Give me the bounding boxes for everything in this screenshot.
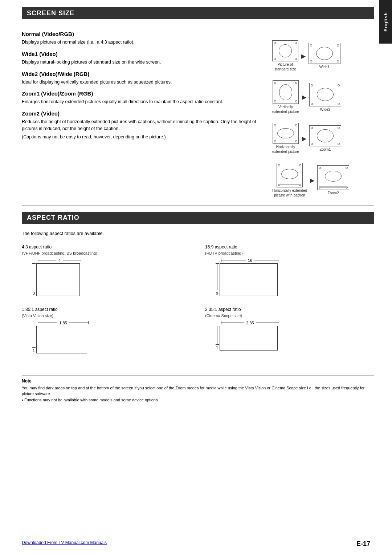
diagram-row-2: Vertically extended picture ▶ Wide2 <box>272 80 341 114</box>
source-box-3 <box>273 123 299 144</box>
screen-size-header: SCREEN SIZE <box>22 7 374 19</box>
zoom1-title: Zoom1 (Video)/Zoom (RGB) <box>22 90 265 97</box>
diagram-source-1: Picture of standard size <box>272 40 298 72</box>
subsection-normal: Normal (Video/RGB) Displays pictures of … <box>22 31 265 46</box>
subsection-zoom2: Zoom2 (Video) Reduces the height of hori… <box>22 110 265 140</box>
aspect-ratio-header: ASPECT RATIO <box>22 212 374 224</box>
diagram-source-2: Vertically extended picture <box>272 80 299 114</box>
source-box-4 <box>277 163 303 187</box>
aspect-grid: 4:3 aspect ratio (VHF/UHF broadcasting, … <box>22 244 374 353</box>
aspect-sublabel-169: (HDTV broadcasting) <box>205 251 374 255</box>
diagram-row-3: Horizontally extended picture ▶ Zoom1 <box>272 123 341 154</box>
zoom1-body: Enlarges horizontally extended pictures … <box>22 98 265 105</box>
footer: Downloaded From TV-Manual.com Manuals E-… <box>0 540 392 548</box>
result-label-1: Wide1 <box>319 65 330 69</box>
diagram-source-3: Horizontally extended picture <box>272 123 299 154</box>
zoom2-body1: Reduces the height of horizontally exten… <box>22 118 265 132</box>
source-box-2 <box>273 80 299 104</box>
note-text1: You may find dark areas on top and at th… <box>22 385 374 397</box>
dim-185-height: 1 <box>33 348 35 353</box>
note-title: Note <box>22 378 374 384</box>
aspect-sublabel-235: (Cinema Scope size) <box>205 313 374 318</box>
wide2-title: Wide2 (Video)/Wide (RGB) <box>22 71 265 77</box>
normal-title: Normal (Video/RGB) <box>22 31 265 37</box>
note-text2: • Functions may not be available with so… <box>22 397 374 403</box>
result-box-3 <box>309 125 341 146</box>
dim-235-width: 2.35 <box>244 321 256 325</box>
normal-body: Displays pictures of normal size (i.e., … <box>22 39 265 46</box>
source-label-3: Horizontally extended picture <box>272 145 299 154</box>
aspect-item-185: 1.85:1 aspect ratio (Vista Vision size) … <box>22 307 191 353</box>
arrow-3: ▶ <box>302 135 306 142</box>
arrow-1: ▶ <box>301 53 306 60</box>
wide1-title: Wide1 (Video) <box>22 51 265 57</box>
zoom2-body2: (Captions may not be easy to read, howev… <box>22 134 265 141</box>
source-label-2: Vertically extended picture <box>272 105 299 114</box>
screen-size-section: Normal (Video/RGB) Displays pictures of … <box>22 26 374 200</box>
dim-16-width: 16 <box>246 258 254 263</box>
source-label-1: Picture of standard size <box>274 62 296 72</box>
result-box-2 <box>309 83 341 106</box>
aspect-label-235: 2.35:1 aspect ratio <box>205 307 374 312</box>
footer-link[interactable]: Downloaded From TV-Manual.com Manuals <box>22 540 107 548</box>
arrow-2: ▶ <box>302 94 306 101</box>
source-box-1 <box>272 40 298 61</box>
diagram-result-2: Wide2 <box>309 83 341 112</box>
result-label-3: Zoom1 <box>319 147 331 152</box>
diagram-result-1: Wide1 <box>309 43 340 69</box>
aspect-label-169: 16:9 aspect ratio <box>205 244 374 250</box>
subsection-wide1: Wide1 (Video) Displays natural-looking p… <box>22 51 265 66</box>
zoom2-title: Zoom2 (Video) <box>22 110 265 117</box>
result-box-4 <box>317 165 349 190</box>
aspect-intro: The following aspect ratios are availabl… <box>22 230 374 237</box>
dim-16-height: 9 <box>216 290 218 296</box>
aspect-box-169 <box>220 263 278 296</box>
aspect-box-43 <box>36 263 80 296</box>
side-tab-label: English <box>383 12 388 32</box>
side-tab: English <box>379 0 392 44</box>
diagram-result-4: Zoom2 <box>317 165 349 195</box>
result-label-4: Zoom2 <box>328 191 339 195</box>
aspect-item-43: 4:3 aspect ratio (VHF/UHF broadcasting, … <box>22 244 191 296</box>
result-box-1 <box>309 43 340 64</box>
subsection-wide2: Wide2 (Video)/Wide (RGB) Ideal for displ… <box>22 71 265 86</box>
diagram-row-4: Horizontally extended picture with capti… <box>272 163 349 198</box>
screen-size-left: Normal (Video/RGB) Displays pictures of … <box>22 26 272 200</box>
aspect-label-43: 4:3 aspect ratio <box>22 244 191 250</box>
note-section: Note You may find dark areas on top and … <box>22 375 374 403</box>
page-number: E-17 <box>356 540 370 548</box>
source-label-4: Horizontally extended picture with capti… <box>272 188 307 198</box>
dim-235-height: 1 <box>216 345 218 351</box>
aspect-item-169: 16:9 aspect ratio (HDTV broadcasting) 16 <box>205 244 374 296</box>
aspect-label-185: 1.85:1 aspect ratio <box>22 307 191 312</box>
dim-185-width: 1.85 <box>57 321 69 325</box>
screen-size-diagrams: Picture of standard size ▶ Wide1 <box>272 26 374 200</box>
arrow-4: ▶ <box>310 177 314 184</box>
dim-4-height: 3 <box>33 290 35 296</box>
aspect-box-235 <box>220 326 278 351</box>
result-label-2: Wide2 <box>320 107 330 112</box>
wide2-body: Ideal for displaying vertically extended… <box>22 79 265 86</box>
aspect-sublabel-185: (Vista Vision size) <box>22 313 191 318</box>
subsection-zoom1: Zoom1 (Video)/Zoom (RGB) Enlarges horizo… <box>22 90 265 105</box>
diagram-row-1: Picture of standard size ▶ Wide1 <box>272 40 340 72</box>
aspect-box-185 <box>36 326 87 353</box>
diagram-source-4: Horizontally extended picture with capti… <box>272 163 307 198</box>
aspect-sublabel-43: (VHF/UHF broadcasting, BS broadcasting) <box>22 251 191 255</box>
aspect-item-235: 2.35:1 aspect ratio (Cinema Scope size) … <box>205 307 374 353</box>
dim-4-width: 4 <box>56 258 63 263</box>
diagram-result-3: Zoom1 <box>309 125 341 152</box>
wide1-body: Displays natural-looking pictures of sta… <box>22 59 265 66</box>
